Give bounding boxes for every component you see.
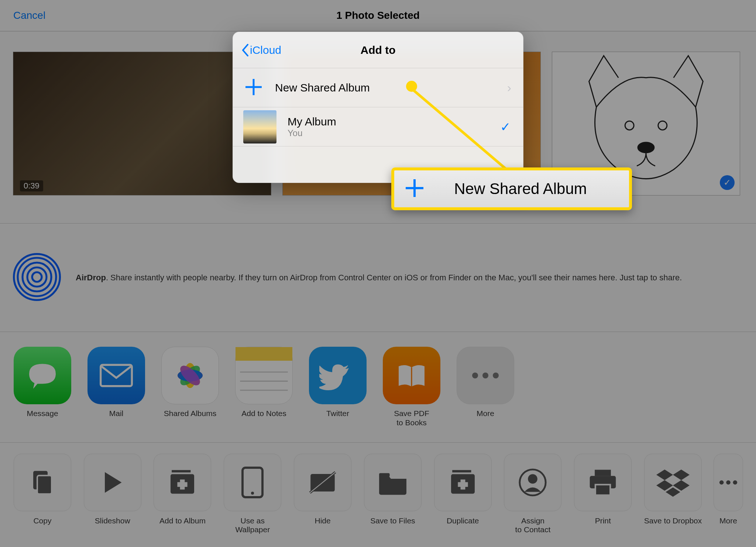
action-use-as-wallpaper[interactable]: Use as Wallpaper <box>223 454 282 547</box>
action-copy[interactable]: Copy <box>13 454 72 547</box>
dropbox-icon <box>644 454 702 511</box>
add-album-icon <box>154 454 211 511</box>
action-label: Assign to Contact <box>515 516 551 534</box>
page-title: 1 Photo Selected <box>336 10 420 21</box>
action-duplicate[interactable]: Duplicate <box>433 454 492 547</box>
svg-point-30 <box>251 492 254 495</box>
action-label: Copy <box>33 516 51 525</box>
svg-rect-25 <box>172 470 191 472</box>
action-slideshow[interactable]: Slideshow <box>83 454 142 547</box>
print-icon <box>574 454 632 511</box>
svg-rect-34 <box>379 473 390 477</box>
share-shared-albums[interactable]: Shared Albums <box>161 347 220 442</box>
action-label: Print <box>595 516 611 525</box>
twitter-icon <box>309 347 367 404</box>
action-row: Copy Slideshow Add to Album Use as Wallp… <box>0 443 756 547</box>
action-assign-to-contact[interactable]: Assign to Contact <box>504 454 563 547</box>
hide-icon <box>294 454 351 511</box>
svg-point-0 <box>625 121 634 130</box>
action-save-to-dropbox[interactable]: Save to Dropbox <box>643 454 702 547</box>
share-twitter[interactable]: Twitter <box>308 347 367 442</box>
svg-point-1 <box>658 121 667 130</box>
share-label: More <box>477 409 494 418</box>
plus-icon <box>403 177 426 201</box>
share-save-pdf-books[interactable]: Save PDF to Books <box>382 347 441 442</box>
svg-point-20 <box>472 373 478 378</box>
svg-point-46 <box>733 480 737 485</box>
cancel-button[interactable]: Cancel <box>13 10 45 21</box>
row-new-shared-album[interactable]: New Shared Album › <box>233 68 523 107</box>
album-thumbnail <box>243 110 276 143</box>
row-my-album[interactable]: My Album You ✓ <box>233 107 523 146</box>
share-label: Shared Albums <box>164 409 216 418</box>
airdrop-icon <box>13 253 61 302</box>
plus-icon <box>243 77 264 99</box>
row-title: New Shared Album <box>275 82 370 94</box>
action-label: Hide <box>315 516 330 525</box>
contact-icon <box>504 454 561 511</box>
share-apps-row: Message Mail Shared Albums Add to Notes … <box>0 332 756 443</box>
svg-point-2 <box>638 142 654 153</box>
share-message[interactable]: Message <box>13 347 72 442</box>
video-duration-badge: 0:39 <box>20 180 43 191</box>
svg-point-21 <box>482 373 488 378</box>
svg-point-45 <box>726 480 731 485</box>
action-label: Add to Album <box>159 516 206 525</box>
share-label: Twitter <box>326 409 349 418</box>
svg-rect-15 <box>236 347 292 361</box>
chevron-right-icon: › <box>507 80 511 95</box>
svg-point-4 <box>27 267 47 287</box>
back-label: iCloud <box>250 44 281 56</box>
annotation-callout: New Shared Album <box>391 167 632 210</box>
action-add-to-album[interactable]: Add to Album <box>153 454 212 547</box>
svg-point-44 <box>719 480 724 485</box>
checkmark-icon: ✓ <box>500 120 511 134</box>
popover-title: Add to <box>361 44 396 56</box>
notes-icon <box>235 347 293 404</box>
action-label: Save to Dropbox <box>644 516 702 525</box>
back-button[interactable]: iCloud <box>241 44 281 56</box>
share-add-to-notes[interactable]: Add to Notes <box>234 347 293 442</box>
svg-rect-28 <box>178 482 188 487</box>
svg-point-40 <box>528 474 538 484</box>
chevron-left-icon <box>241 44 249 56</box>
svg-point-3 <box>32 272 42 282</box>
airdrop-section: AirDrop. Share instantly with people nea… <box>0 223 756 332</box>
copy-icon <box>14 454 71 511</box>
share-sheet-header: Cancel 1 Photo Selected <box>0 0 756 31</box>
share-label: Mail <box>109 409 124 418</box>
action-print[interactable]: Print <box>573 454 632 547</box>
airdrop-label: AirDrop <box>76 273 106 282</box>
add-to-popover: iCloud Add to New Shared Album › My Albu… <box>233 32 523 183</box>
action-save-to-files[interactable]: Save to Files <box>363 454 422 547</box>
svg-rect-38 <box>458 482 468 487</box>
annotation-dot <box>406 81 417 92</box>
share-label: Add to Notes <box>241 409 286 418</box>
messages-icon <box>14 347 71 404</box>
row-subtitle: You <box>288 128 336 138</box>
action-label: Use as Wallpaper <box>235 516 270 534</box>
action-more[interactable]: More <box>714 454 743 547</box>
action-hide[interactable]: Hide <box>293 454 352 547</box>
share-more[interactable]: More <box>456 347 515 442</box>
svg-rect-24 <box>37 475 52 494</box>
share-mail[interactable]: Mail <box>87 347 146 442</box>
duplicate-icon <box>434 454 492 511</box>
shared-albums-icon <box>161 347 219 404</box>
airdrop-description: AirDrop. Share instantly with people nea… <box>76 272 682 283</box>
airdrop-body: . Share instantly with people nearby. If… <box>106 273 682 282</box>
more-icon <box>714 454 743 511</box>
action-label: More <box>719 516 737 525</box>
svg-rect-41 <box>595 470 611 476</box>
selected-check-icon: ✓ <box>720 175 735 190</box>
svg-rect-35 <box>452 470 471 472</box>
mail-icon <box>87 347 145 404</box>
action-label: Save to Files <box>370 516 415 525</box>
action-label: Duplicate <box>447 516 479 525</box>
callout-label: New Shared Album <box>436 180 620 198</box>
books-icon <box>383 347 440 404</box>
play-icon <box>84 454 141 511</box>
more-icon <box>457 347 514 404</box>
svg-point-22 <box>493 373 499 378</box>
svg-rect-43 <box>595 485 610 495</box>
